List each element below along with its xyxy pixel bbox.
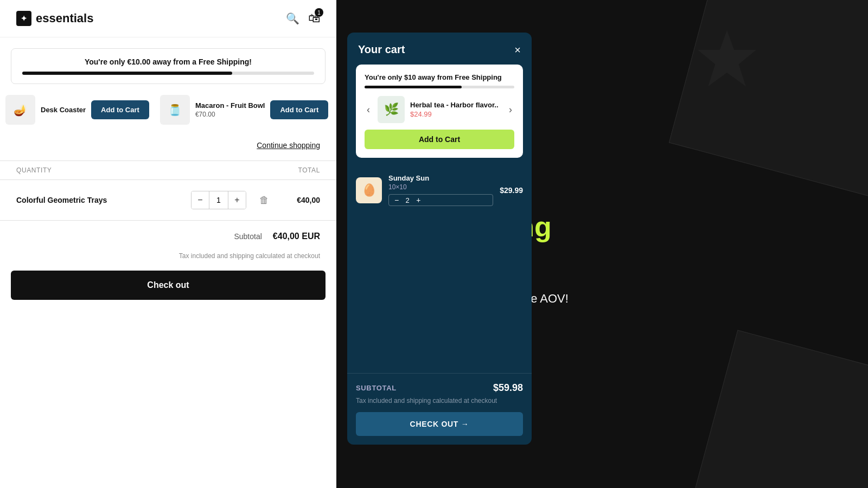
add-to-cart-button-1[interactable]: Add to Cart: [91, 100, 149, 119]
tax-note: Tax included and shipping calculated at …: [0, 252, 336, 271]
free-shipping-bar: You're only €10.00 away from a Free Ship…: [11, 48, 326, 84]
logo-text: essentials: [36, 11, 93, 25]
checkout-button[interactable]: Check out: [11, 271, 326, 300]
cart-modal: Your cart × You're only $10 away from Fr…: [347, 33, 532, 445]
cart-subtotal: Subtotal €40,00 EUR: [0, 221, 336, 252]
upsell-prev-button[interactable]: ‹: [365, 102, 372, 118]
header-icons: 🔍 🛍 1: [286, 11, 320, 25]
upsell-card: You're only $10 away from Free Shipping …: [356, 65, 523, 158]
progress-bar-track: [22, 72, 314, 75]
cart-table-header: QUANTITY TOTAL: [0, 160, 336, 180]
total-header: TOTAL: [298, 166, 320, 174]
progress-bar-fill: [22, 72, 232, 75]
cart-modal-item: 🥚 Sunday Sun 10×10 − 2 + $29.99: [356, 166, 523, 214]
product-info-1: Desk Coaster: [41, 106, 86, 114]
svg-marker-0: [698, 30, 756, 86]
upsell-product-image: 🌿: [378, 96, 405, 123]
product-price-2: €70.00: [195, 111, 265, 118]
cart-modal-item-stepper: − 2 +: [388, 194, 493, 206]
product-suggestions: 🪔 Desk Coaster Add to Cart 🫙 Macaron - F…: [0, 84, 336, 136]
close-modal-button[interactable]: ×: [514, 44, 521, 55]
quantity-header: QUANTITY: [16, 166, 52, 174]
logo: ✦ essentials: [16, 11, 93, 26]
shop-panel: ✦ essentials 🔍 🛍 1 You're only €10.00 aw…: [0, 0, 336, 488]
cart-modal-decrement-button[interactable]: −: [392, 196, 401, 204]
upsell-product-info: Herbal tea - Harbor flavor.. $24.99: [410, 101, 501, 118]
cart-badge: 1: [315, 8, 323, 17]
subtotal-row: SUBTOTAL $59.98: [356, 382, 523, 394]
product-image-1: 🪔: [5, 95, 35, 125]
cart-modal-item-name: Sunday Sun: [388, 174, 493, 182]
tax-note-modal: Tax included and shipping calculated at …: [356, 397, 523, 404]
subtotal-label-modal: SUBTOTAL: [356, 384, 397, 392]
upsell-product-row: ‹ 🌿 Herbal tea - Harbor flavor.. $24.99 …: [365, 96, 514, 123]
product-card-2: 🫙 Macaron - Fruit Bowl €70.00 Add to Car…: [160, 95, 328, 125]
subtotal-value: €40,00 EUR: [273, 232, 320, 241]
upsell-product-name: Herbal tea - Harbor flavor..: [410, 101, 501, 109]
add-to-cart-button-2[interactable]: Add to Cart: [270, 100, 328, 119]
increment-button[interactable]: +: [228, 191, 246, 209]
delete-item-button[interactable]: 🗑: [257, 192, 271, 208]
cart-modal-header: Your cart ×: [347, 33, 532, 65]
cart-modal-footer: SUBTOTAL $59.98 Tax included and shippin…: [347, 373, 532, 445]
upsell-add-to-cart-button[interactable]: Add to Cart: [365, 130, 514, 149]
upsell-product-price: $24.99: [410, 110, 501, 118]
cart-icon-wrapper[interactable]: 🛍 1: [308, 11, 320, 25]
logo-icon: ✦: [16, 11, 31, 26]
product-card: 🪔 Desk Coaster Add to Cart: [5, 95, 149, 125]
star-decoration: [694, 27, 760, 92]
search-icon[interactable]: 🔍: [286, 12, 299, 25]
cart-modal-title: Your cart: [358, 43, 405, 56]
cart-modal-item-price: $29.99: [500, 186, 523, 195]
product-name-2: Macaron - Fruit Bowl: [195, 101, 265, 110]
cart-modal-increment-button[interactable]: +: [414, 196, 423, 204]
cart-modal-items: 🥚 Sunday Sun 10×10 − 2 + $29.99: [347, 166, 532, 373]
shop-header: ✦ essentials 🔍 🛍 1: [0, 0, 336, 37]
subtotal-label: Subtotal: [234, 232, 261, 241]
upsell-progress-fill: [365, 86, 462, 88]
subtotal-value-modal: $59.98: [493, 382, 523, 394]
upsell-next-button[interactable]: ›: [507, 102, 514, 118]
cart-item-row: Colorful Geometric Trays − 1 + 🗑 €40,00: [0, 180, 336, 221]
free-shipping-text: You're only €10.00 away from a Free Ship…: [22, 57, 314, 66]
item-total: €40,00: [282, 196, 320, 204]
upsell-shipping-text: You're only $10 away from Free Shipping: [365, 73, 514, 81]
product-name-1: Desk Coaster: [41, 106, 86, 114]
continue-shopping-link[interactable]: Continue shopping: [257, 141, 320, 150]
cart-item-name: Colorful Geometric Trays: [16, 196, 180, 204]
checkout-modal-button[interactable]: CHECK OUT →: [356, 412, 523, 436]
quantity-value: 1: [209, 191, 228, 209]
quantity-stepper: − 1 +: [191, 191, 246, 209]
cart-modal-item-image: 🥚: [356, 177, 382, 203]
product-info-2: Macaron - Fruit Bowl €70.00: [195, 101, 265, 118]
decrement-button[interactable]: −: [192, 191, 209, 209]
product-image-2: 🫙: [160, 95, 190, 125]
cart-modal-quantity-value: 2: [403, 196, 412, 204]
cart-modal-item-info: Sunday Sun 10×10 − 2 +: [388, 174, 493, 206]
continue-shopping-row: Continue shopping: [0, 136, 336, 160]
cart-modal-item-sub: 10×10: [388, 183, 493, 191]
upsell-progress-track: [365, 86, 514, 88]
